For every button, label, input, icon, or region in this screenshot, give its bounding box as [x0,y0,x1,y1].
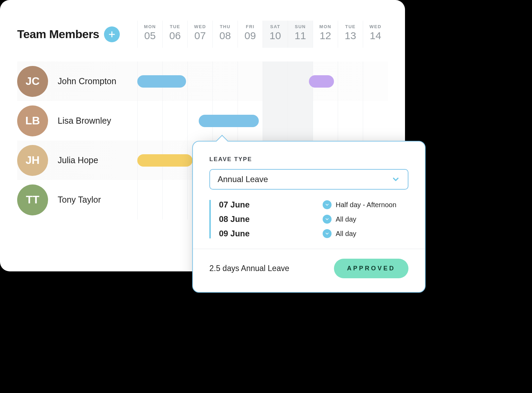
day-number: 08 [213,30,238,42]
day-number: 13 [338,30,363,42]
popover-footer: 2.5 days Annual Leave APPROVED [209,259,408,278]
leave-bar[interactable] [137,154,193,167]
add-member-button[interactable] [104,26,120,42]
timeline-cell[interactable] [162,101,187,141]
leave-type-label: LEAVE TYPE [209,156,408,163]
chevron-down-icon [323,200,332,209]
day-number: 07 [188,30,212,42]
member-row: LBLisa Brownley [17,101,388,141]
leave-bar[interactable] [137,75,186,88]
day-of-week: TUE [163,24,187,29]
leave-summary: 2.5 days Annual Leave [209,264,289,273]
day-column[interactable]: THU08 [212,21,238,48]
day-of-week: TUE [338,24,363,29]
day-column[interactable]: FRI09 [238,21,263,48]
day-number: 14 [363,30,388,42]
timeline [137,61,388,101]
timeline-cell[interactable] [212,61,238,101]
day-number: 06 [163,30,187,42]
member-info: LBLisa Brownley [17,105,137,136]
day-column[interactable]: WED14 [363,21,388,48]
timeline-cell[interactable] [162,180,187,220]
member-name: Tony Taylor [58,195,101,205]
date-list: 07 JuneHalf day - Afternoon08 JuneAll da… [209,200,408,238]
timeline-cell[interactable] [263,101,288,141]
timeline-cell[interactable] [363,61,388,101]
leave-type-select[interactable]: Annual Leave [209,169,408,190]
member-name: Julia Hope [58,155,98,165]
member-info: TTTony Taylor [17,184,137,215]
leave-type-value: Annual Leave [218,175,268,184]
timeline-cell[interactable] [313,101,338,141]
day-of-week: THU [213,24,238,29]
day-column[interactable]: SAT10 [263,21,288,48]
duration-select[interactable]: All day [323,229,408,238]
day-number: 10 [263,30,288,42]
day-of-week: FRI [238,24,263,29]
leave-popover: LEAVE TYPE Annual Leave 07 JuneHalf day … [192,141,426,293]
avatar[interactable]: TT [17,184,48,215]
timeline-cell[interactable] [338,61,363,101]
day-column[interactable]: WED07 [187,21,212,48]
timeline-cell[interactable] [137,101,162,141]
plus-icon [108,31,116,38]
duration-label: Half day - Afternoon [336,201,396,209]
timeline-cell[interactable] [187,61,212,101]
day-header: MON05TUE06WED07THU08FRI09SAT10SUN11MON12… [137,21,388,48]
member-name: Lisa Brownley [58,116,111,126]
member-info: JCJohn Crompton [17,66,137,97]
page-title: Team Members [17,27,99,41]
chevron-down-icon [323,215,332,224]
day-number: 05 [138,30,162,42]
date-label: 07 June [219,200,250,210]
timeline-cell[interactable] [288,101,313,141]
divider [193,249,425,249]
day-of-week: WED [363,24,388,29]
day-column[interactable]: TUE06 [162,21,187,48]
title-block: Team Members [17,26,137,42]
member-info: JHJulia Hope [17,145,137,176]
day-of-week: SAT [263,24,288,29]
timeline-cell[interactable] [338,101,363,141]
member-name: John Crompton [58,76,116,86]
duration-select[interactable]: All day [323,215,408,224]
avatar[interactable]: LB [17,105,48,136]
date-label: 09 June [219,229,250,238]
day-column[interactable]: MON12 [313,21,338,48]
avatar[interactable]: JC [17,66,48,97]
header-row: Team Members MON05TUE06WED07THU08FRI09SA… [17,21,388,48]
day-column[interactable]: SUN11 [288,21,313,48]
chevron-down-icon [391,175,400,184]
timeline-cell[interactable] [363,101,388,141]
chevron-down-icon [323,229,332,238]
avatar[interactable]: JH [17,145,48,176]
day-of-week: SUN [288,24,313,29]
leave-bar[interactable] [309,75,334,88]
date-row: 07 JuneHalf day - Afternoon [219,200,408,210]
date-label: 08 June [219,214,250,224]
date-row: 09 JuneAll day [219,229,408,238]
duration-select[interactable]: Half day - Afternoon [323,200,408,209]
day-number: 12 [313,30,338,42]
duration-label: All day [336,230,356,238]
day-column[interactable]: TUE13 [338,21,363,48]
day-of-week: MON [138,24,162,29]
day-of-week: MON [313,24,338,29]
duration-label: All day [336,215,356,223]
timeline-cell[interactable] [238,61,263,101]
date-row: 08 JuneAll day [219,214,408,224]
timeline-cell[interactable] [137,180,162,220]
leave-bar[interactable] [199,115,259,127]
day-number: 09 [238,30,263,42]
timeline-cell[interactable] [263,61,288,101]
timeline [137,101,388,141]
status-badge[interactable]: APPROVED [334,259,408,278]
day-of-week: WED [188,24,212,29]
day-column[interactable]: MON05 [137,21,162,48]
day-number: 11 [288,30,313,42]
member-row: JCJohn Crompton [17,61,388,101]
